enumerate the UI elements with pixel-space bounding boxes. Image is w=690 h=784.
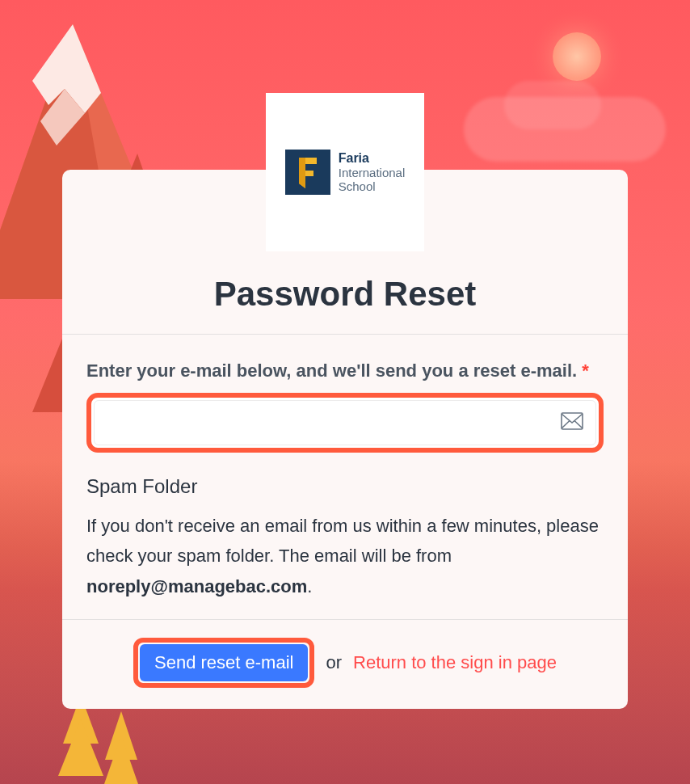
- email-input-highlight: [86, 393, 604, 453]
- email-input[interactable]: [94, 400, 596, 445]
- spam-heading: Spam Folder: [86, 475, 604, 498]
- logo-text: Faria International School: [339, 151, 406, 194]
- logo-line1: Faria: [339, 151, 406, 166]
- svg-marker-6: [58, 719, 103, 776]
- spam-text-suffix: .: [307, 576, 312, 596]
- footer: Send reset e-mail or Return to the sign …: [62, 620, 628, 709]
- email-field-label: Enter your e-mail below, and we'll send …: [86, 357, 604, 385]
- bg-sun: [553, 32, 601, 81]
- spam-text: If you don't receive an email from us wi…: [86, 511, 604, 601]
- mail-icon: [561, 412, 583, 433]
- return-signin-link[interactable]: Return to the sign in page: [353, 652, 557, 673]
- spam-email: noreply@managebac.com: [86, 576, 307, 596]
- send-reset-button[interactable]: Send reset e-mail: [140, 644, 308, 681]
- svg-rect-9: [562, 413, 583, 429]
- logo-line3: School: [339, 179, 406, 193]
- logo-icon: [285, 150, 330, 195]
- bg-cloud: [464, 97, 666, 162]
- or-text: or: [326, 652, 342, 673]
- logo-card: Faria International School: [266, 93, 424, 251]
- logo-line2: International: [339, 166, 406, 179]
- spam-text-prefix: If you don't receive an email from us wi…: [86, 516, 599, 566]
- required-marker: *: [582, 360, 589, 381]
- field-label-text: Enter your e-mail below, and we'll send …: [86, 360, 577, 381]
- send-button-highlight: Send reset e-mail: [133, 638, 314, 688]
